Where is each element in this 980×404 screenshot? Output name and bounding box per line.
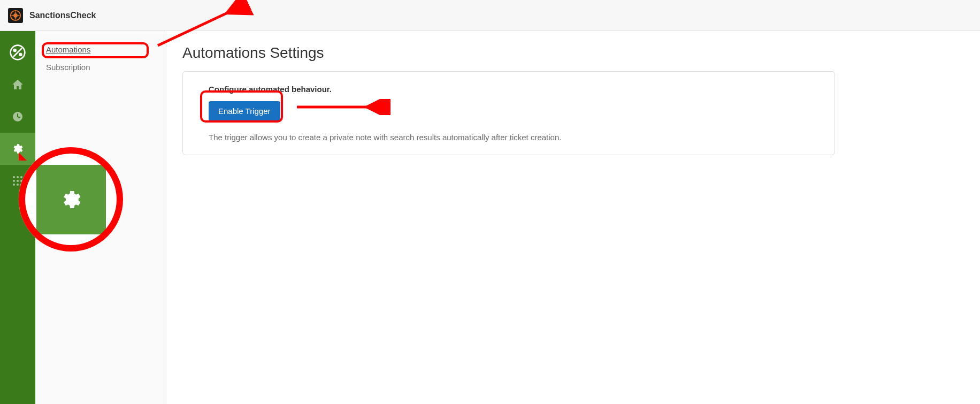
svg-point-3 (13, 49, 17, 52)
sub-item-automations[interactable]: Automations (35, 41, 166, 58)
svg-point-6 (13, 176, 15, 178)
annotation-zoom-bubble (19, 147, 123, 251)
sidebar-home[interactable] (0, 68, 35, 101)
svg-point-12 (13, 184, 15, 186)
panel-label: Configure automated behaviour. (209, 85, 809, 94)
header: SanctionsCheck (0, 0, 980, 31)
settings-icon-zoomed (59, 188, 83, 211)
svg-point-7 (17, 176, 19, 178)
svg-point-4 (19, 53, 22, 57)
main: Automations Settings Configure automated… (166, 31, 980, 404)
settings-icon (11, 142, 24, 155)
sidebar-sanctions[interactable] (0, 36, 35, 68)
app-logo (8, 8, 23, 23)
sub-item-subscription[interactable]: Subscription (35, 58, 166, 76)
sidebar-clock[interactable] (0, 101, 35, 133)
sanctions-icon (9, 44, 26, 61)
sidebar-settings[interactable] (0, 133, 35, 165)
page-title: Automations Settings (182, 44, 964, 62)
sanctions-logo-icon (10, 10, 21, 21)
svg-point-10 (17, 180, 19, 182)
svg-point-8 (20, 176, 22, 178)
clock-icon (11, 110, 24, 123)
svg-point-13 (17, 184, 19, 186)
trigger-description: The trigger allows you to create a priva… (209, 133, 809, 142)
settings-panel: Configure automated behaviour. Enable Tr… (182, 71, 835, 155)
enable-trigger-button[interactable]: Enable Trigger (209, 101, 280, 121)
app-title: SanctionsCheck (29, 11, 96, 20)
home-icon (11, 78, 24, 91)
svg-point-9 (13, 180, 15, 182)
